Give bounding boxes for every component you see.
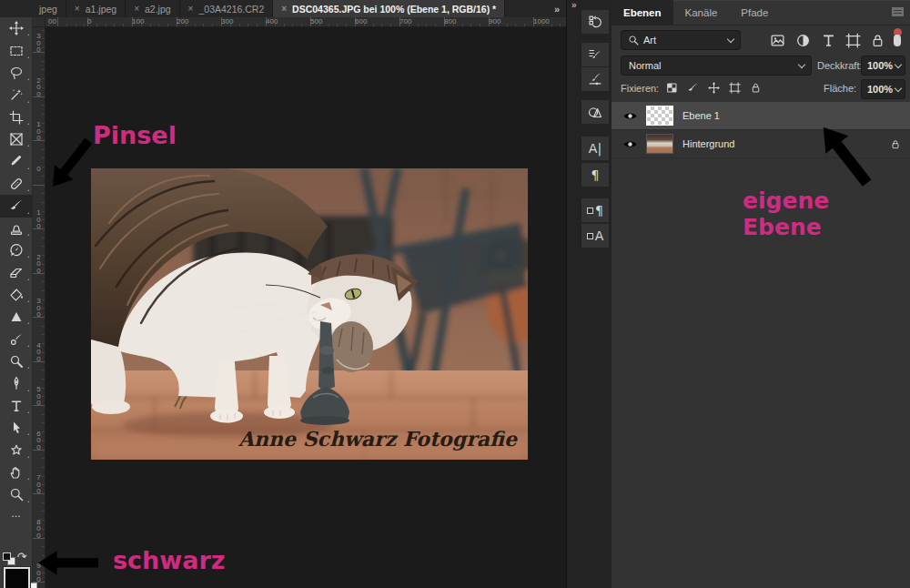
document-tab-bar: jpeg × a1.jpeg × a2.jpg × _03A4216.CR2 ×… <box>0 0 566 17</box>
filter-type-layers-icon[interactable] <box>821 33 836 48</box>
paragraph-styles-panel-icon[interactable]: ¶ <box>581 198 609 222</box>
default-colors-icon[interactable] <box>3 553 15 564</box>
eyedropper-tool[interactable] <box>0 150 33 172</box>
close-icon[interactable]: × <box>281 4 287 14</box>
opacity-value: 100% <box>867 60 893 71</box>
quick-selection-tool[interactable] <box>0 84 33 106</box>
filter-smart-objects-icon[interactable] <box>870 33 885 48</box>
custom-shape-tool[interactable] <box>0 439 33 461</box>
opacity-label: Deckkraft: <box>817 60 863 71</box>
annotation-arrow-to-color-swatch <box>38 551 98 575</box>
document-tab[interactable]: × a1.jpeg <box>66 0 126 17</box>
eraser-tool[interactable] <box>0 261 33 283</box>
brush-tool[interactable] <box>0 195 33 217</box>
brushes-panel-icon[interactable] <box>581 67 609 91</box>
close-icon[interactable]: × <box>188 4 194 14</box>
ruler-label: 100 <box>36 209 42 254</box>
lock-image-pixels-icon[interactable] <box>687 82 699 94</box>
lock-all-icon[interactable] <box>750 82 762 94</box>
ruler-label: 300 <box>221 17 266 26</box>
layer-list: Ebene 1 Hintergrund <box>612 102 910 158</box>
lock-artboard-icon[interactable] <box>729 82 741 94</box>
zoom-tool[interactable] <box>0 483 33 505</box>
history-brush-tool[interactable] <box>0 239 33 261</box>
ruler-label: 0 <box>36 166 42 210</box>
blur-tool[interactable] <box>0 306 33 328</box>
paragraph-panel-icon[interactable]: ¶ <box>581 163 609 187</box>
lock-label: Fixieren: <box>621 83 659 94</box>
lasso-tool[interactable] <box>0 62 33 84</box>
opacity-value-select[interactable]: 100% <box>861 56 905 76</box>
layer-row-hintergrund[interactable]: Hintergrund <box>612 130 910 158</box>
frame-tool[interactable] <box>0 128 33 150</box>
layer-name[interactable]: Ebene 1 <box>682 110 720 121</box>
tools-panel: … ↶ <box>0 17 33 588</box>
annotation-schwarz: schwarz <box>113 546 226 574</box>
layer-lock-icon[interactable] <box>890 138 901 150</box>
crop-tool[interactable] <box>0 106 33 128</box>
visibility-eye-icon[interactable] <box>622 110 638 122</box>
vertical-ruler[interactable]: 3002001000100200300400500600700800900 <box>33 27 46 588</box>
document-tab-active[interactable]: × DSC04365.JPG bei 100% (Ebene 1, RGB/16… <box>273 0 505 17</box>
path-selection-tool[interactable] <box>0 417 33 439</box>
chevron-down-icon <box>895 84 902 91</box>
filter-shape-layers-icon[interactable] <box>845 33 861 48</box>
mixer-brush-tool[interactable] <box>0 328 33 350</box>
tab-kanaele[interactable]: Kanäle <box>673 0 730 25</box>
blend-mode-select[interactable]: Normal <box>621 56 812 76</box>
lock-transparent-pixels-icon[interactable] <box>666 82 678 94</box>
clone-stamp-tool[interactable] <box>0 218 33 239</box>
document-tab[interactable]: × a2.jpg <box>126 0 179 17</box>
history-panel-icon[interactable] <box>581 10 609 34</box>
edit-toolbar-ellipsis-icon[interactable]: … <box>0 506 33 521</box>
fill-value-select[interactable]: 100% <box>861 79 905 99</box>
layer-thumbnail-transparent[interactable] <box>646 106 673 126</box>
dodge-tool[interactable] <box>0 350 33 372</box>
hand-tool[interactable] <box>0 461 33 483</box>
layer-filter-select[interactable]: Art <box>621 30 741 50</box>
layer-name[interactable]: Hintergrund <box>682 138 734 149</box>
default-foreground-swatch <box>3 553 11 561</box>
close-icon[interactable]: × <box>134 4 139 14</box>
layer-row-ebene-1[interactable]: Ebene 1 <box>612 102 910 130</box>
swap-colors-icon[interactable]: ↶ <box>16 549 28 564</box>
chevron-down-icon <box>895 60 902 67</box>
document-canvas-cat-photo[interactable]: Anne Schwarz Fotografie <box>91 168 528 460</box>
document-tab[interactable]: × _03A4216.CR2 <box>180 0 274 17</box>
close-icon[interactable]: × <box>75 4 80 14</box>
chevron-down-icon <box>727 35 734 42</box>
filter-pixel-layers-icon[interactable] <box>770 33 785 48</box>
tab-ebenen[interactable]: Ebenen <box>612 0 673 25</box>
type-tool[interactable] <box>0 395 33 417</box>
panel-dock: » A| ¶ ¶ A <box>566 0 612 588</box>
brush-settings-panel-icon[interactable] <box>581 43 609 66</box>
foreground-color-swatch[interactable] <box>4 567 30 588</box>
layer-filter-toggle[interactable] <box>892 28 903 50</box>
expand-panels-chevron-icon[interactable]: » <box>571 0 576 10</box>
ruler-label: 200 <box>36 254 42 299</box>
tab-label: _03A4216.CR2 <box>198 4 264 15</box>
pen-tool[interactable] <box>0 372 33 394</box>
tab-label: jpeg <box>39 4 57 15</box>
visibility-eye-icon[interactable] <box>622 138 638 150</box>
fill-label: Fläche: <box>824 83 856 94</box>
document-tab[interactable]: jpeg <box>31 0 66 17</box>
tab-pfade[interactable]: Pfade <box>729 0 780 25</box>
move-tool[interactable] <box>0 17 33 39</box>
tab-label: a2.jpg <box>145 4 171 15</box>
lock-position-icon[interactable] <box>708 82 720 94</box>
filter-adjustment-layers-icon[interactable] <box>795 33 811 48</box>
layer-thumbnail-photo[interactable] <box>646 134 673 154</box>
adjustments-panel-icon[interactable] <box>581 100 609 124</box>
healing-brush-tool[interactable] <box>0 173 33 195</box>
tab-overflow-chevron-icon[interactable]: » <box>547 0 566 17</box>
rectangular-marquee-tool[interactable] <box>0 39 33 61</box>
ruler-label: 100 <box>36 121 42 166</box>
horizontal-ruler[interactable]: 0001002003004005006007008009001000 <box>46 17 566 27</box>
panel-menu-icon[interactable] <box>892 7 904 16</box>
character-panel-icon[interactable]: A| <box>581 137 609 160</box>
filter-value: Art <box>643 35 656 46</box>
ruler-label: 100 <box>132 17 177 26</box>
character-styles-panel-icon[interactable]: A <box>581 224 609 248</box>
paint-bucket-tool[interactable] <box>0 284 33 306</box>
